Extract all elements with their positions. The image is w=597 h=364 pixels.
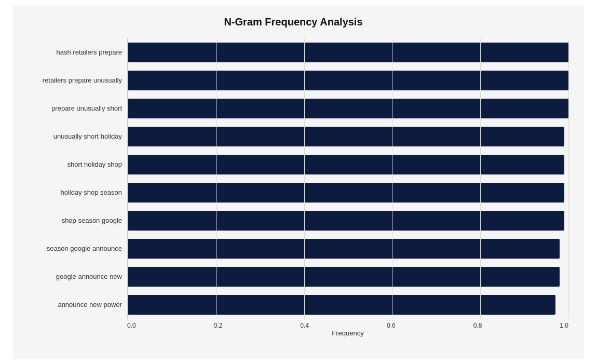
y-label: prepare unusually short (18, 95, 122, 123)
x-tick-label: 0.4 (300, 322, 309, 329)
y-label: shop season google (18, 207, 122, 235)
chart-title: N-Gram Frequency Analysis (18, 16, 568, 28)
y-label: short holiday shop (18, 151, 122, 179)
chart-area: hash retailers prepareretailers prepare … (18, 38, 568, 319)
x-axis-section: 0.00.20.40.60.81.0 (18, 322, 568, 329)
y-label: retailers prepare unusually (18, 66, 122, 95)
bar (128, 267, 560, 287)
bars-section: hash retailers prepareretailers prepare … (18, 38, 568, 319)
y-label: season google announce (18, 235, 122, 263)
grid-line (568, 38, 569, 319)
bar (128, 99, 568, 118)
bar-row (128, 263, 568, 291)
bar-row (128, 207, 568, 235)
x-axis-title: Frequency (127, 329, 568, 337)
bar (128, 43, 568, 62)
bar (128, 127, 564, 146)
x-axis-labels: 0.00.20.40.60.81.0 (127, 322, 568, 329)
y-label: announce new power (18, 291, 122, 319)
y-label: holiday shop season (18, 179, 122, 207)
bar (128, 155, 564, 174)
y-label: unusually short holiday (18, 123, 122, 151)
x-axis-title-spacer (18, 329, 127, 337)
bar-row (128, 66, 568, 95)
bar (128, 71, 568, 90)
y-labels: hash retailers prepareretailers prepare … (18, 38, 127, 319)
bars-and-grid (127, 38, 568, 319)
bar (128, 239, 560, 259)
bar (128, 211, 564, 231)
x-tick-label: 1.0 (560, 322, 568, 329)
y-label: hash retailers prepare (18, 38, 122, 66)
x-tick-label: 0.0 (127, 322, 136, 329)
bar (128, 295, 555, 315)
x-axis-spacer (18, 322, 127, 329)
bar-row (128, 123, 568, 151)
bar-row (128, 38, 568, 66)
bar-row (128, 235, 568, 263)
y-label: google announce new (18, 263, 122, 291)
bar-row (128, 151, 568, 179)
bar-row (128, 291, 568, 319)
bar (128, 183, 564, 203)
x-tick-label: 0.2 (214, 322, 223, 329)
bar-row (128, 179, 568, 207)
x-tick-label: 0.6 (387, 322, 396, 329)
bar-row (128, 95, 568, 123)
x-axis-title-row: Frequency (18, 329, 568, 337)
x-tick-label: 0.8 (473, 322, 482, 329)
chart-container: N-Gram Frequency Analysis hash retailers… (13, 6, 584, 359)
